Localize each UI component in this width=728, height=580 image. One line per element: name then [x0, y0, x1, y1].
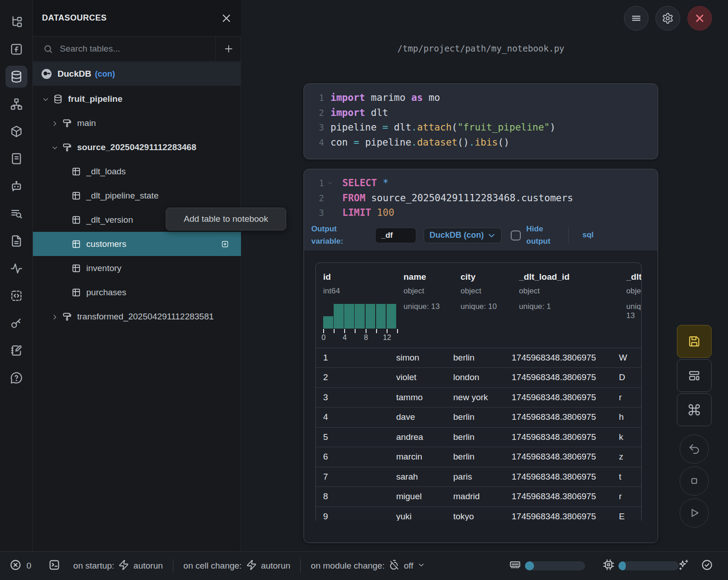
rail-scroll-icon[interactable]: [5, 148, 27, 170]
tree-item-purchases[interactable]: purchases: [33, 280, 241, 304]
rail-bot-chat-icon[interactable]: [5, 175, 27, 197]
column-header-id[interactable]: id: [323, 272, 331, 282]
connection-row[interactable]: DuckDB (con): [33, 62, 241, 86]
rail-help-circle-icon[interactable]: [5, 367, 27, 389]
status-segment[interactable]: on cell change:autorun: [183, 559, 290, 573]
tree-item-transformed_202504291112283581[interactable]: transformed_202504291112283581: [33, 304, 241, 329]
zap-icon: [246, 559, 257, 573]
tree-item-label: _dlt_loads: [86, 167, 126, 177]
column-header-city[interactable]: city: [461, 272, 476, 282]
tree-item-label: _dlt_version: [86, 215, 133, 225]
menu-button[interactable]: [624, 6, 649, 31]
chevron-down-icon: [418, 561, 425, 571]
rail-database-icon[interactable]: [5, 66, 27, 88]
layout-button[interactable]: [677, 359, 712, 392]
fold-chevron-icon[interactable]: [324, 180, 336, 186]
table-row[interactable]: 4daveberlin1745968348.3806975h: [316, 408, 641, 428]
output-variable-label: Output variable:: [311, 223, 355, 247]
table-cell: W: [619, 353, 637, 363]
rail-file-text-icon[interactable]: [5, 230, 27, 252]
histogram-tick-label: 0: [322, 334, 326, 342]
status-segment[interactable]: on startup:autorun: [73, 559, 163, 573]
square-plus-icon[interactable]: [221, 240, 229, 248]
rail-file-tree-icon[interactable]: [5, 11, 27, 33]
hide-output-checkbox[interactable]: [511, 230, 521, 240]
rail-list-search-icon[interactable]: [5, 203, 27, 225]
tree-item-inventory[interactable]: inventory: [33, 256, 241, 280]
table-icon: [71, 239, 81, 249]
rail-function-square-icon[interactable]: [5, 38, 27, 60]
stop-button[interactable]: [680, 466, 709, 496]
table-cell: berlin: [453, 412, 512, 422]
engine-select[interactable]: DuckDB (con): [424, 228, 502, 243]
close-app-button[interactable]: [687, 6, 712, 31]
tree-item-source_202504291112283468[interactable]: source_202504291112283468: [33, 135, 241, 159]
table-cell: 1745968348.3806975: [512, 452, 619, 462]
line-number: 1: [310, 178, 324, 188]
close-panel-icon[interactable]: [221, 13, 232, 24]
sql-code-editor[interactable]: 1SELECT *2FROM source_202504291112283468…: [304, 169, 658, 220]
tree-item-main[interactable]: main: [33, 111, 241, 135]
table-row[interactable]: 1simonberlin1745968348.3806975W: [316, 348, 641, 368]
table-row[interactable]: 3tammonew york1745968348.3806975r: [316, 388, 641, 408]
table-cell: 2: [316, 372, 396, 382]
table-row[interactable]: 2violetlondon1745968348.3806975D: [316, 368, 641, 388]
tree-item-_dlt_loads[interactable]: _dlt_loads: [33, 159, 241, 183]
run-button[interactable]: [680, 498, 709, 528]
chevron-right-icon[interactable]: [51, 120, 58, 127]
add-table-tooltip: Add table to notebook: [166, 208, 286, 230]
datasources-panel: DATASOURCES DuckDB (con) fruit_pipelinem…: [33, 0, 241, 551]
table-cell: simon: [396, 353, 453, 363]
rail-box-icon[interactable]: [5, 120, 27, 142]
table-row[interactable]: 7sarahparis1745968348.3806975t: [316, 467, 641, 487]
rail-notebook-pen-icon[interactable]: [5, 340, 27, 361]
search-tables-input[interactable]: [60, 44, 215, 54]
chevron-down-icon[interactable]: [51, 144, 58, 151]
errors-icon[interactable]: [9, 559, 22, 574]
rail-network-icon[interactable]: [5, 93, 27, 115]
table-cell: yuki: [396, 512, 453, 521]
tree-item-customers[interactable]: customers: [33, 232, 241, 256]
tree-item-_dlt_pipeline_state[interactable]: _dlt_pipeline_state: [33, 183, 241, 208]
settings-button[interactable]: [655, 6, 680, 31]
status-segment[interactable]: on module change:off: [311, 559, 424, 573]
result-table[interactable]: idint64nameobjectunique: 13cityobjectuni…: [315, 262, 642, 521]
code-line: 3LIMIT 100: [310, 205, 658, 220]
command-palette-button[interactable]: [677, 393, 712, 426]
activity-bar: [0, 0, 33, 551]
output-variable-input[interactable]: _df: [375, 228, 416, 243]
rail-activity-icon[interactable]: [5, 257, 27, 279]
add-datasource-button[interactable]: [215, 37, 241, 62]
column-header-name[interactable]: name: [403, 272, 426, 282]
table-cell: 1745968348.3806975: [512, 392, 619, 402]
rail-code-square-icon[interactable]: [5, 285, 27, 307]
rail-key-icon[interactable]: [5, 312, 27, 334]
status-segment-value: autorun: [133, 561, 162, 571]
column-header-_dlt_id[interactable]: _dlt_id: [626, 272, 642, 282]
marimo-app: DATASOURCES DuckDB (con) fruit_pipelinem…: [0, 0, 728, 580]
python-cell[interactable]: 1import marimo as mo2import dlt3pipeline…: [304, 84, 658, 159]
undo-button[interactable]: [680, 434, 709, 464]
terminal-icon[interactable]: [48, 559, 61, 574]
ai-sparkle-icon[interactable]: [677, 559, 690, 574]
column-dtype: object: [403, 287, 424, 296]
tree-item-fruit_pipeline[interactable]: fruit_pipeline: [33, 87, 241, 111]
table-cell: 1745968348.3806975: [512, 472, 619, 482]
sql-cell[interactable]: 1SELECT *2FROM source_202504291112283468…: [304, 169, 658, 543]
status-bar: 0 on startup:autorunon cell change:autor…: [0, 551, 728, 580]
chevron-down-icon[interactable]: [42, 95, 49, 103]
table-row[interactable]: 9yukitokyo1745968348.3806975E: [316, 507, 641, 521]
connected-check-icon[interactable]: [701, 559, 713, 574]
table-row[interactable]: 6marcinberlin1745968348.3806975z: [316, 447, 641, 467]
chevron-right-icon[interactable]: [51, 313, 58, 320]
table-row[interactable]: 5andreaberlin1745968348.3806975k: [316, 428, 641, 448]
schema-icon: [62, 142, 72, 152]
table-cell: new york: [453, 392, 512, 402]
save-button[interactable]: [677, 325, 712, 358]
python-code-editor[interactable]: 1import marimo as mo2import dlt3pipeline…: [304, 84, 658, 150]
histogram-bar: [334, 304, 344, 329]
column-unique-count: unique: 10: [461, 302, 497, 311]
table-cell: r: [619, 491, 637, 502]
column-header-_dlt_load_id[interactable]: _dlt_load_id: [519, 272, 570, 282]
table-row[interactable]: 8miguelmadrid1745968348.3806975r: [316, 487, 641, 507]
